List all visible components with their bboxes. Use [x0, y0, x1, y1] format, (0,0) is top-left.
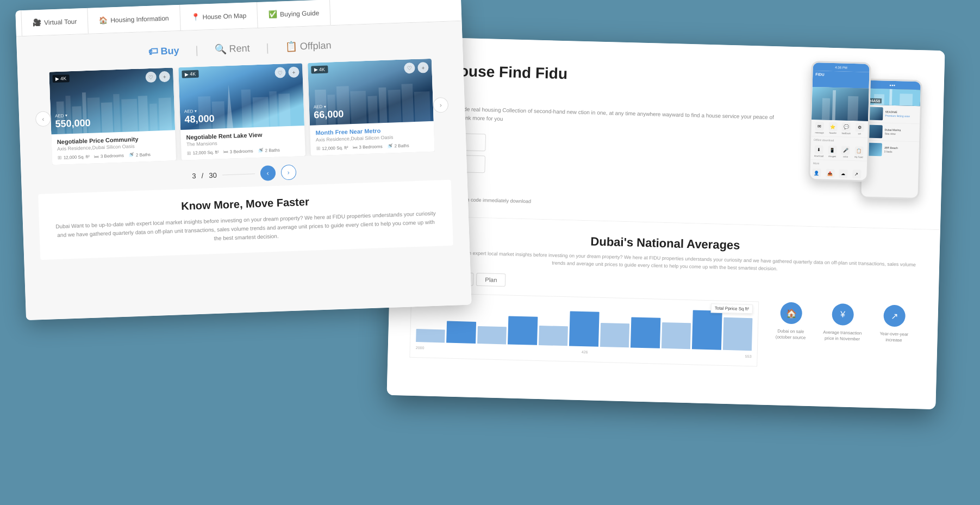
svg-rect-17: [278, 93, 291, 127]
check-icon: ✅: [269, 10, 278, 19]
tab-offplan[interactable]: 📋 Offplan: [279, 36, 337, 56]
bar-7: [600, 323, 630, 347]
svg-rect-22: [367, 96, 378, 123]
nav-buying-guide[interactable]: ✅ Buying Guide: [257, 0, 331, 28]
fb-icon: 💬: [842, 122, 851, 131]
card-body-3: Month Free Near Metro Axis Residence,Dub…: [310, 121, 435, 156]
sqft-value-2: 12,000 Sq. ft²: [192, 149, 219, 155]
property-card-2[interactable]: ▶ 4K ♡ + AED ▾ 48,000 Negotiable Rent La…: [178, 63, 305, 160]
price-value-3: 66,000: [314, 109, 344, 121]
tab-rent[interactable]: 🔍 Rent: [209, 39, 255, 58]
svg-rect-7: [121, 99, 138, 132]
avg-tab-plan[interactable]: Plan: [476, 273, 506, 286]
stat-item-2: ¥ Average transaction price in November: [820, 303, 865, 342]
phone1-menu-row1: ✉ message ⭐ favorite 💬 feedback ⚙: [811, 120, 868, 138]
app-left: RPTY APP Sell House Find Fidubai use, fo…: [413, 51, 790, 225]
phone1-header-text: FIDU: [815, 72, 866, 77]
app-desc: use, for you to provide real housing Col…: [416, 104, 789, 131]
card-price-3: AED ▾ 66,000: [314, 104, 344, 121]
svg-rect-52: [847, 96, 858, 121]
phone1-menu-row3: 👤 📤 ☁ ↗: [810, 166, 867, 181]
bed-icon-1: 🛏: [94, 153, 99, 159]
tab-buy-label: Buy: [160, 45, 179, 57]
beds-value-3: 3 Bedrooms: [359, 144, 382, 150]
svg-rect-51: [822, 98, 830, 120]
svg-rect-6: [113, 94, 121, 132]
pagination-prev-btn[interactable]: ‹: [260, 165, 276, 181]
card-features-2: ⊞ 12,000 Sq. ft² 🛏 3 Bedrooms 🚿 2 Baths: [186, 146, 299, 155]
phone2-hero: Q4A58: [864, 88, 921, 106]
svg-rect-25: [401, 84, 414, 122]
phone1-voice: 🎤 voice: [839, 146, 852, 158]
dl-label: download: [814, 154, 823, 157]
phone2-listing-1: SEADIMEPremium listing view: [865, 107, 918, 122]
card-features-3: ⊞ 12,000 Sq. ft² 🛏 3 Bedrooms 🚿 2 Baths: [316, 142, 429, 151]
property-cards-container: ‹: [34, 58, 450, 165]
chart-value-2: 553: [745, 354, 752, 358]
phone2-listing-3: JBR Beach3 beds: [864, 143, 917, 158]
baths-value-1: 2 Baths: [136, 152, 151, 157]
tab-buy[interactable]: 🏷 Buy: [142, 42, 185, 60]
msg-label: message: [815, 131, 824, 134]
property-card-1[interactable]: ▶ 4K ♡ + AED ▾ 550,000 Negotiable Price …: [49, 67, 176, 165]
beds-value-1: 3 Bedrooms: [101, 153, 124, 159]
beds-2: 🛏 3 Bedrooms: [223, 148, 253, 154]
bar-2: [447, 321, 476, 344]
stat-icon-1: 🏠: [780, 302, 802, 325]
next-arrow[interactable]: ›: [433, 97, 448, 113]
phone-frame-1: 4:36 PM FIDU: [808, 61, 871, 182]
add-btn-2[interactable]: +: [288, 66, 299, 78]
bar-4: [508, 316, 538, 345]
phone1-menu-fav: ⭐ favorite: [827, 122, 839, 135]
pagination-next-btn[interactable]: ›: [280, 165, 296, 180]
phone2-text-2: Dubai MarinaSea view: [884, 128, 901, 136]
icon-b: 📤: [826, 169, 834, 178]
stat-icon-3: ↗: [883, 305, 906, 327]
stat-item-3: ↗ Year-over-year increase: [872, 304, 916, 344]
sqft-2: ⊞ 12,000 Sq. ft²: [186, 149, 219, 156]
card-price-1: AED ▾ 550,000: [55, 113, 91, 130]
sqft-value-3: 12,000 Sq. ft²: [322, 145, 348, 151]
phone2-status: ●●●: [889, 83, 895, 86]
bar-10: [692, 310, 722, 350]
video-icon: 🎥: [33, 18, 42, 27]
stats-right: 🏠 Dubai on sale (october source ¥ Averag…: [769, 302, 916, 344]
front-browser-window: 🎥 Virtual Tour 🏠 Housing Information 📍 H…: [15, 0, 471, 320]
set-icon: ⚙: [855, 123, 864, 132]
pagination-separator: /: [201, 171, 203, 179]
nav-housing-info-label: Housing Information: [110, 14, 169, 24]
chart-bars: [416, 298, 753, 351]
svg-rect-21: [350, 91, 367, 124]
svg-rect-56: [900, 93, 913, 106]
favorite-btn-2[interactable]: ♡: [274, 67, 286, 78]
property-card-3[interactable]: ▶ 4K ♡ + AED ▾ 66,000 Month Free Near Me…: [308, 59, 435, 156]
nav-house-on-map-label: House On Map: [202, 11, 246, 21]
favorite-btn-3[interactable]: ♡: [404, 63, 415, 74]
add-btn-3[interactable]: +: [417, 62, 429, 73]
doc-icon: 📋: [285, 40, 297, 53]
price-value-1: 550,000: [55, 117, 91, 130]
phone2-text-3: JBR Beach3 beds: [884, 146, 897, 154]
beds-3: 🛏 3 Bedrooms: [352, 144, 382, 150]
stat-item-1: 🏠 Dubai on sale (october source: [769, 302, 813, 341]
tag-icon: 🏷: [148, 46, 158, 58]
phone1-menu-fb: 💬 feedback: [840, 122, 852, 135]
nav-housing-info[interactable]: 🏠 Housing Information: [88, 5, 180, 34]
browser-content: 🏷 Buy | 🔍 Rent | 📋 Offplan ⊕ More ‹: [16, 21, 472, 320]
tab-separator-1: |: [195, 43, 198, 56]
prev-arrow[interactable]: ‹: [35, 111, 51, 127]
nav-house-on-map[interactable]: 📍 House On Map: [180, 2, 258, 30]
svg-rect-49: [812, 87, 869, 121]
nav-virtual-tour[interactable]: 🎥 Virtual Tour: [21, 8, 89, 36]
phone2-item-3: JBR Beach3 beds: [862, 140, 919, 159]
baths-3: 🚿 2 Baths: [386, 142, 409, 148]
add-btn-1[interactable]: +: [159, 71, 170, 83]
house-icon: 🏠: [99, 16, 108, 25]
card-price-2: AED ▾ 48,000: [184, 108, 215, 126]
phone1-menu-row2: ⬇ download 📱 mingpei 🎤 voice 📋: [810, 143, 867, 161]
favorite-btn-1[interactable]: ♡: [145, 72, 157, 83]
baths-value-2: 2 Baths: [265, 147, 280, 153]
task-label: My Task!: [854, 155, 863, 158]
stat-label-3: Year-over-year increase: [872, 331, 916, 344]
beds-1: 🛏 3 Bedrooms: [94, 153, 124, 159]
